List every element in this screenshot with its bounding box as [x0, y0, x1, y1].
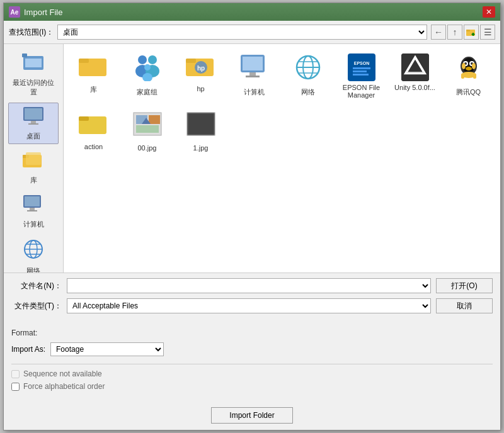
sidebar-item-computer[interactable]: 计算机: [8, 191, 59, 232]
svg-rect-69: [149, 115, 160, 124]
img1-file-label: 1.jpg: [193, 144, 209, 152]
svg-point-26: [148, 55, 157, 64]
file-item-img00[interactable]: 00.jpg: [123, 108, 171, 155]
up-button[interactable]: ↑: [447, 25, 462, 40]
svg-rect-16: [30, 208, 35, 210]
file-item-computer[interactable]: 计算机: [231, 50, 278, 102]
svg-point-58: [466, 67, 472, 70]
alphabetical-label: Force alphabetical order: [23, 382, 105, 391]
filetype-label: 文件类型(T)：: [11, 301, 62, 312]
filetype-dropdown[interactable]: All Acceptable Files: [67, 298, 431, 313]
recent-label: 最近访问的位置: [10, 78, 57, 97]
format-label: Format:: [11, 329, 493, 337]
desktop-icon: [22, 106, 45, 130]
file-item-unity[interactable]: Unity 5.0.0f...: [391, 50, 438, 102]
desktop-label: 桌面: [26, 132, 40, 141]
svg-rect-38: [246, 76, 260, 77]
sidebar-item-library[interactable]: 库: [8, 147, 59, 188]
svg-point-61: [461, 72, 476, 78]
file-item-action[interactable]: action: [70, 108, 117, 155]
svg-rect-17: [27, 210, 37, 211]
file-item-network[interactable]: 网络: [284, 50, 331, 102]
computer-icon: [22, 194, 45, 218]
back-button[interactable]: ←: [431, 25, 446, 40]
import-folder-button[interactable]: Import Folder: [211, 407, 293, 424]
svg-rect-70: [136, 125, 159, 133]
file-item-family[interactable]: 家庭组: [123, 50, 171, 102]
new-folder-button[interactable]: [464, 25, 479, 40]
action-folder-icon: [79, 111, 109, 140]
svg-text:EPSON: EPSON: [353, 61, 369, 65]
svg-rect-36: [243, 57, 263, 70]
svg-rect-8: [25, 108, 42, 120]
bottom-section: 文件名(N)： 打开(O) 文件类型(T)： All Acceptable Fi…: [4, 273, 500, 323]
svg-rect-24: [79, 59, 89, 63]
file-item-img1[interactable]: 1.jpg: [177, 108, 224, 155]
alphabetical-checkbox[interactable]: [11, 383, 20, 391]
filename-label: 文件名(N)：: [11, 281, 62, 291]
main-area: 最近访问的位置 桌面: [4, 44, 500, 273]
svg-point-62: [462, 63, 466, 69]
computer-label: 计算机: [23, 220, 44, 229]
file-item-qq[interactable]: 腾讯QQ: [445, 50, 492, 102]
svg-point-25: [138, 55, 147, 64]
file-item-epson[interactable]: EPSON EPSON File Manager: [338, 50, 385, 102]
svg-rect-47: [353, 70, 367, 72]
svg-rect-32: [186, 59, 196, 63]
dialog-title: Import File: [24, 8, 62, 17]
library-icon: [22, 150, 45, 174]
unity-file-label: Unity 5.0.0f...: [394, 84, 435, 91]
sequence-checkbox[interactable]: [11, 370, 20, 378]
computer-file-label: 计算机: [244, 87, 265, 97]
open-button[interactable]: 打开(O): [436, 278, 493, 293]
svg-rect-74: [188, 114, 214, 134]
library-folder-icon: [79, 53, 109, 82]
sidebar-item-desktop[interactable]: 桌面: [8, 103, 59, 144]
svg-rect-46: [353, 67, 370, 69]
qq-file-label: 腾讯QQ: [456, 87, 481, 97]
hp-folder-icon: hp: [186, 53, 216, 82]
recent-icon: [22, 52, 45, 77]
svg-rect-6: [22, 53, 27, 57]
import-as-dropdown[interactable]: Footage Composition Composition - Retain…: [50, 342, 164, 356]
sidebar-item-network[interactable]: 网络: [8, 235, 59, 273]
svg-rect-37: [249, 72, 256, 76]
svg-rect-10: [28, 123, 38, 125]
library-file-label: 库: [90, 85, 97, 94]
qq-file-icon: [455, 53, 483, 85]
sidebar-item-recent[interactable]: 最近访问的位置: [8, 49, 59, 100]
svg-point-63: [472, 63, 476, 69]
epson-file-label: EPSON File Manager: [341, 84, 382, 99]
separator: [11, 364, 493, 364]
cancel-button[interactable]: 取消: [436, 298, 493, 313]
svg-point-29: [144, 64, 151, 70]
location-dropdown[interactable]: 桌面: [57, 25, 427, 40]
alphabetical-checkbox-row: Force alphabetical order: [11, 382, 493, 391]
format-section: Format: Import As: Footage Composition C…: [4, 323, 500, 402]
file-item-hp[interactable]: hp hp: [177, 50, 224, 102]
title-bar-left: Ae Import File: [9, 6, 62, 18]
close-button[interactable]: ✕: [483, 6, 495, 18]
network-file-label: 网络: [301, 87, 315, 97]
sidebar: 最近访问的位置 桌面: [4, 44, 64, 273]
svg-rect-48: [353, 74, 369, 76]
svg-rect-1: [466, 30, 470, 31]
filename-input[interactable]: [67, 278, 431, 293]
title-bar: Ae Import File ✕: [4, 3, 500, 21]
family-icon: [132, 53, 163, 85]
view-button[interactable]: ☰: [480, 25, 495, 40]
img00-file-label: 00.jpg: [138, 144, 157, 152]
svg-rect-5: [25, 59, 42, 67]
unity-file-icon: [401, 53, 429, 81]
hp-file-label: hp: [197, 85, 204, 93]
filename-row: 文件名(N)： 打开(O): [11, 278, 493, 293]
svg-rect-65: [79, 116, 89, 121]
network-icon: [22, 238, 45, 265]
file-item-library[interactable]: 库: [70, 50, 117, 102]
computer-file-icon: [239, 53, 270, 85]
bottom-btn-row: Import Folder: [4, 402, 500, 430]
svg-rect-15: [25, 196, 40, 206]
action-file-label: action: [84, 143, 103, 150]
library-label: 库: [30, 176, 37, 185]
network-file-icon: [293, 53, 323, 85]
